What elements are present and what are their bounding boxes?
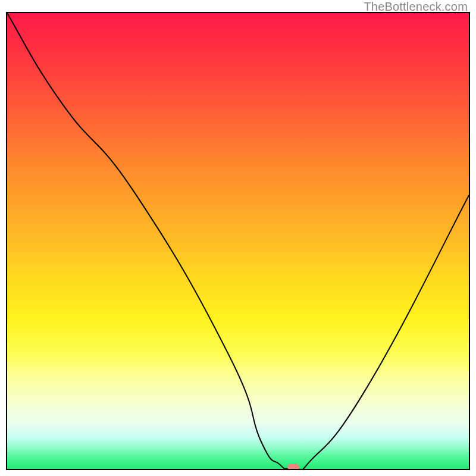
chart-background-gradient [7, 13, 469, 469]
chart-frame [6, 12, 470, 470]
optimum-marker [287, 464, 299, 470]
